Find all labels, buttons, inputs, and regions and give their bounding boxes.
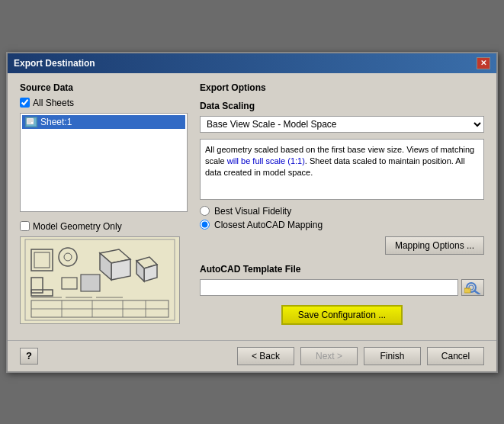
svg-marker-16 <box>144 265 157 281</box>
all-sheets-row: All Sheets <box>20 98 188 108</box>
radio-closest-mapping[interactable] <box>200 220 210 230</box>
template-row <box>200 279 484 296</box>
svg-point-10 <box>59 248 77 266</box>
close-button[interactable]: ✕ <box>477 57 490 69</box>
radio-best-fidelity[interactable] <box>200 206 210 216</box>
svg-rect-19 <box>81 275 100 291</box>
radio-row-1: Best Visual Fidelity <box>200 206 484 217</box>
model-geometry-checkbox[interactable] <box>20 221 30 231</box>
finish-button[interactable]: Finish <box>364 347 421 365</box>
export-options-label: Export Options <box>200 82 484 93</box>
radio-label-2: Closest AutoCAD Mapping <box>214 220 323 230</box>
left-panel: Source Data All Sheets <box>20 82 188 331</box>
autocad-template-label: AutoCAD Template File <box>200 264 484 275</box>
footer: ? < Back Next > Finish Cancel <box>8 340 496 371</box>
sheet-icon <box>25 117 37 127</box>
source-data-label: Source Data <box>20 82 188 93</box>
preview-content <box>21 237 179 323</box>
radio-label-1: Best Visual Fidelity <box>214 206 291 217</box>
browse-button[interactable] <box>461 279 484 296</box>
radio-row-2: Closest AutoCAD Mapping <box>200 220 484 230</box>
info-box: All geometry scaled based on the first b… <box>200 139 484 200</box>
svg-rect-18 <box>62 278 77 289</box>
model-geometry-row: Model Geometry Only <box>20 221 188 232</box>
footer-buttons: < Back Next > Finish Cancel <box>237 347 484 365</box>
sheets-list[interactable]: Sheet:1 <box>20 113 188 212</box>
svg-marker-13 <box>111 259 130 280</box>
all-sheets-checkbox[interactable] <box>20 98 30 108</box>
save-configuration-button[interactable]: Save Configuration ... <box>281 305 403 325</box>
next-button[interactable]: Next > <box>300 347 358 365</box>
back-button[interactable]: < Back <box>237 347 294 365</box>
svg-marker-14 <box>100 253 111 280</box>
mapping-options-button[interactable]: Mapping Options ... <box>385 236 484 255</box>
export-destination-dialog: Export Destination ✕ Source Data All She… <box>6 52 498 373</box>
list-item[interactable]: Sheet:1 <box>22 115 185 129</box>
radio-group: Best Visual Fidelity Closest AutoCAD Map… <box>200 206 484 230</box>
cancel-button[interactable]: Cancel <box>427 347 484 365</box>
svg-point-11 <box>64 253 72 261</box>
svg-marker-17 <box>136 261 144 281</box>
svg-rect-7 <box>34 252 50 268</box>
data-scaling-dropdown[interactable]: Base View Scale - Model Space Full Scale… <box>200 116 484 133</box>
dialog-title: Export Destination <box>14 58 95 69</box>
svg-line-30 <box>475 291 480 294</box>
save-config-row: Save Configuration ... <box>200 305 484 325</box>
all-sheets-label: All Sheets <box>33 98 74 108</box>
svg-rect-8 <box>31 278 43 293</box>
dialog-body: Source Data All Sheets <box>8 73 496 340</box>
data-scaling-label: Data Scaling <box>200 101 484 111</box>
dropdown-row: Base View Scale - Model Space Full Scale… <box>200 116 484 133</box>
model-geometry-label: Model Geometry Only <box>33 221 122 232</box>
mapping-btn-row: Mapping Options ... <box>200 236 484 255</box>
right-panel: Export Options Data Scaling Base View Sc… <box>200 82 484 331</box>
info-link: will be full scale (1:1) <box>227 156 305 165</box>
main-content: Source Data All Sheets <box>20 82 484 331</box>
help-button[interactable]: ? <box>20 348 38 365</box>
footer-left: ? <box>20 348 38 365</box>
preview-box <box>20 236 180 324</box>
title-bar: Export Destination ✕ <box>8 53 496 73</box>
sheet-item-label: Sheet:1 <box>40 117 72 127</box>
template-file-input[interactable] <box>200 279 458 296</box>
